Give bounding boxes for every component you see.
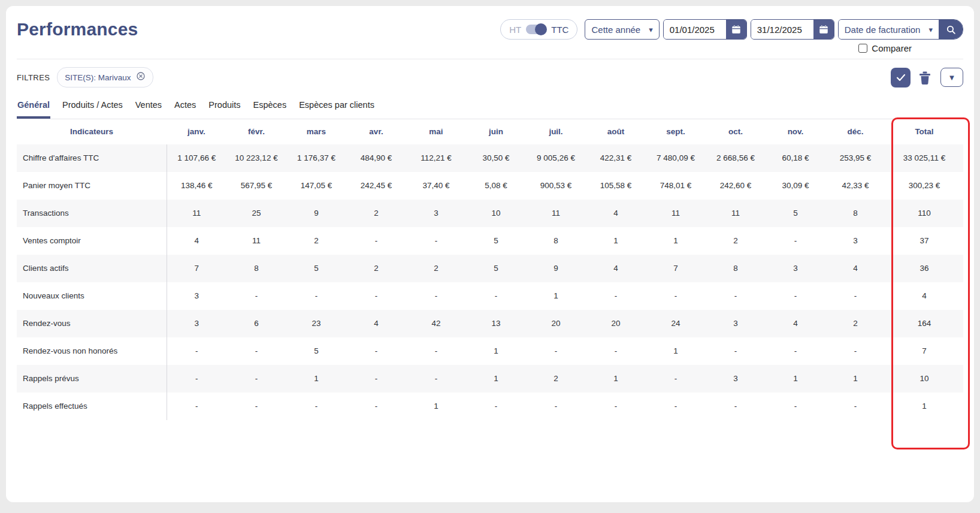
- cell: 4: [346, 310, 406, 337]
- apply-filters-button[interactable]: [891, 68, 911, 87]
- cell: 4: [586, 200, 646, 227]
- cell: -: [226, 393, 286, 420]
- month-header-oct: oct.: [706, 119, 766, 144]
- cell: -: [646, 365, 706, 393]
- cell: -: [466, 282, 526, 310]
- cell: -: [825, 337, 885, 365]
- cell: 42: [406, 310, 466, 337]
- cell: 2: [286, 227, 346, 255]
- cell: 8: [526, 227, 586, 255]
- cell: 20: [526, 310, 586, 337]
- cell: 147,05 €: [286, 172, 346, 200]
- compare-checkbox[interactable]: [858, 44, 867, 53]
- cell: 242,60 €: [706, 172, 766, 200]
- period-select[interactable]: Cette année ▾: [585, 19, 659, 40]
- indicators-table-wrap: Indicateursjanv.févr.marsavr.maijuinjuil…: [17, 119, 963, 420]
- header-section: Performances HT TTC Cette année ▾: [17, 6, 963, 59]
- tab-actes[interactable]: Actes: [174, 96, 196, 119]
- ht-label[interactable]: HT: [509, 25, 521, 35]
- table-row-rendez-vous-non-honores: Rendez-vous non honorés--5--1--1---7: [17, 337, 963, 365]
- cell: -: [286, 393, 346, 420]
- cell: 900,53 €: [526, 172, 586, 200]
- tab-especes-par-clients[interactable]: Espèces par clients: [298, 96, 375, 119]
- cell: 2: [706, 227, 766, 255]
- date-from-input[interactable]: [664, 20, 726, 39]
- filters-dropdown-button[interactable]: ▼: [940, 68, 963, 87]
- cell: -: [346, 227, 406, 255]
- cell: -: [406, 365, 466, 393]
- row-label: Nouveaux clients: [17, 282, 167, 310]
- cell: 2: [346, 200, 406, 227]
- calendar-icon[interactable]: [726, 20, 746, 39]
- tab-produits-actes[interactable]: Produits / Actes: [62, 96, 123, 119]
- ttc-label[interactable]: TTC: [551, 25, 568, 35]
- cell: 30,09 €: [766, 172, 825, 200]
- indicators-table: Indicateursjanv.févr.marsavr.maijuinjuil…: [17, 119, 963, 420]
- cell: 4: [766, 310, 825, 337]
- cell: -: [466, 393, 526, 420]
- total-cell: 10: [885, 365, 963, 393]
- cell: 567,95 €: [226, 172, 286, 200]
- date-type-select[interactable]: Date de facturation ▾: [839, 20, 939, 39]
- month-header-aout: août: [586, 119, 646, 144]
- cell: -: [346, 393, 406, 420]
- cell: 11: [646, 200, 706, 227]
- table-row-panier-moyen-ttc: Panier moyen TTC138,46 €567,95 €147,05 €…: [17, 172, 963, 200]
- cell: 112,21 €: [406, 144, 466, 172]
- table-row-clients-actifs: Clients actifs78522594783436: [17, 255, 963, 282]
- cell: 5,08 €: [466, 172, 526, 200]
- cell: 748,01 €: [646, 172, 706, 200]
- filter-chip-site-s-marivaux[interactable]: SITE(S): Marivaux: [57, 67, 153, 87]
- cell: 8: [226, 255, 286, 282]
- toggle-knob[interactable]: [535, 23, 547, 35]
- total-cell: 33 025,11 €: [885, 144, 963, 172]
- row-label: Rappels effectués: [17, 393, 167, 420]
- total-cell: 1: [885, 393, 963, 420]
- check-icon: [896, 72, 906, 83]
- month-header-juin: juin: [466, 119, 526, 144]
- tab-ventes[interactable]: Ventes: [135, 96, 162, 119]
- cell: -: [586, 282, 646, 310]
- chevron-down-icon: ▾: [649, 25, 653, 34]
- remove-filter-icon[interactable]: [136, 71, 146, 83]
- cell: 11: [167, 200, 226, 227]
- cell: 1: [766, 365, 825, 393]
- date-type-search-group: Date de facturation ▾: [838, 19, 963, 40]
- tab-especes[interactable]: Espèces: [253, 96, 288, 119]
- cell: 3: [706, 310, 766, 337]
- tab-general[interactable]: Général: [17, 96, 50, 119]
- cell: -: [286, 282, 346, 310]
- month-header-janv: janv.: [167, 119, 226, 144]
- page-title: Performances: [17, 19, 138, 40]
- cell: 1: [646, 227, 706, 255]
- header-controls: HT TTC Cette année ▾: [500, 19, 963, 40]
- ht-ttc-toggle[interactable]: HT TTC: [500, 19, 577, 40]
- cell: 1 176,37 €: [286, 144, 346, 172]
- cell: -: [646, 282, 706, 310]
- cell: -: [406, 227, 466, 255]
- toggle-switch[interactable]: [526, 25, 546, 34]
- row-label: Clients actifs: [17, 255, 167, 282]
- cell: 11: [526, 200, 586, 227]
- cell: -: [766, 337, 825, 365]
- calendar-icon[interactable]: [813, 20, 834, 39]
- date-to-input[interactable]: [751, 20, 813, 39]
- cell: -: [167, 337, 226, 365]
- cell: 3: [167, 310, 226, 337]
- cell: 1 107,66 €: [167, 144, 226, 172]
- row-label: Panier moyen TTC: [17, 172, 167, 200]
- clear-filters-button[interactable]: [918, 70, 932, 85]
- cell: -: [526, 337, 586, 365]
- cell: 484,90 €: [346, 144, 406, 172]
- cell: 42,33 €: [825, 172, 885, 200]
- chevron-down-icon: ▼: [948, 73, 956, 82]
- cell: 5: [286, 255, 346, 282]
- cell: -: [526, 393, 586, 420]
- tab-produits[interactable]: Produits: [208, 96, 241, 119]
- cell: 6: [226, 310, 286, 337]
- cell: 5: [466, 255, 526, 282]
- cell: -: [766, 227, 825, 255]
- search-button[interactable]: [939, 20, 963, 39]
- cell: -: [766, 282, 825, 310]
- cell: 7: [646, 255, 706, 282]
